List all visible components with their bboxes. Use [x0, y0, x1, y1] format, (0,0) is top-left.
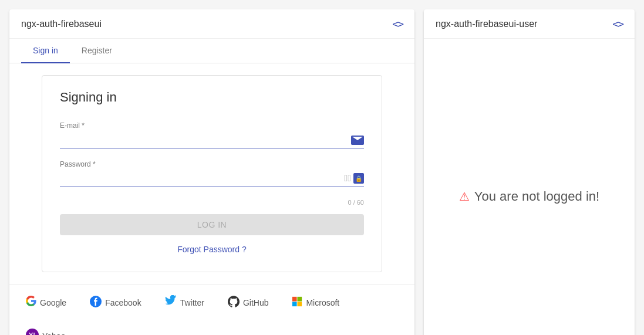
- password-field-container: Password * 👁̸ 🔒: [60, 160, 364, 187]
- left-panel-body: Signing in E-mail * Password * 👁̸ 🔒 0 / …: [9, 63, 414, 284]
- password-icon-area: 👁̸ 🔒: [344, 173, 364, 184]
- google-label: Google: [40, 298, 66, 307]
- lock-icon: 🔒: [353, 173, 364, 184]
- twitter-label: Twitter: [180, 298, 204, 307]
- microsoft-icon: [292, 296, 302, 309]
- signin-card: Signing in E-mail * Password * 👁̸ 🔒 0 / …: [42, 75, 382, 272]
- facebook-label: Facebook: [105, 298, 141, 307]
- left-panel: ngx-auth-firebaseui <> Sign in Register …: [9, 9, 414, 335]
- not-logged-container: ⚠ You are not logged in!: [424, 39, 635, 335]
- github-label: GitHub: [243, 298, 269, 307]
- svg-rect-3: [292, 302, 297, 306]
- password-input[interactable]: [60, 171, 364, 187]
- right-panel-body: ⚠ You are not logged in!: [424, 39, 635, 335]
- right-panel-title: ngx-auth-firebaseui-user: [436, 19, 537, 29]
- github-icon: [228, 296, 240, 309]
- tab-register[interactable]: Register: [70, 39, 124, 63]
- email-input[interactable]: [60, 132, 364, 148]
- svg-rect-1: [292, 297, 297, 302]
- svg-rect-4: [298, 302, 302, 306]
- signin-heading: Signing in: [60, 90, 364, 105]
- yahoo-button[interactable]: Y! Yahoo: [21, 326, 70, 335]
- warning-icon: ⚠: [459, 190, 470, 204]
- forgot-password-link[interactable]: Forgot Password ?: [60, 245, 364, 254]
- microsoft-label: Microsoft: [306, 298, 339, 307]
- facebook-button[interactable]: Facebook: [85, 293, 146, 312]
- email-icon-area: [351, 136, 364, 145]
- not-logged-message: You are not logged in!: [474, 189, 599, 204]
- twitter-icon: [165, 295, 177, 310]
- github-button[interactable]: GitHub: [223, 293, 274, 312]
- left-code-icon[interactable]: <>: [392, 18, 403, 30]
- google-icon: [26, 296, 36, 309]
- right-panel-header: ngx-auth-firebaseui-user <>: [424, 9, 635, 39]
- email-field-container: E-mail *: [60, 121, 364, 148]
- left-panel-title: ngx-auth-firebaseui: [21, 19, 102, 29]
- login-button[interactable]: Log In: [60, 214, 364, 235]
- char-count: 0 / 60: [60, 199, 364, 206]
- google-button[interactable]: Google: [21, 293, 71, 312]
- mail-icon: [351, 136, 364, 145]
- facebook-icon: [90, 296, 102, 309]
- eye-off-icon[interactable]: 👁̸: [344, 173, 351, 184]
- right-panel: ngx-auth-firebaseui-user <> ⚠ You are no…: [424, 9, 635, 335]
- tab-bar: Sign in Register: [9, 39, 414, 63]
- social-bar: Google Facebook Twitter: [9, 284, 414, 335]
- twitter-button[interactable]: Twitter: [160, 293, 209, 312]
- microsoft-button[interactable]: Microsoft: [287, 294, 344, 311]
- right-code-icon[interactable]: <>: [612, 18, 623, 30]
- tab-signin[interactable]: Sign in: [21, 39, 70, 63]
- svg-rect-2: [298, 297, 302, 302]
- password-label: Password *: [60, 160, 364, 168]
- svg-text:Y!: Y!: [29, 331, 35, 335]
- email-label: E-mail *: [60, 121, 364, 130]
- left-panel-header: ngx-auth-firebaseui <>: [9, 9, 414, 39]
- yahoo-icon: Y!: [26, 329, 39, 335]
- yahoo-label: Yahoo: [42, 331, 65, 336]
